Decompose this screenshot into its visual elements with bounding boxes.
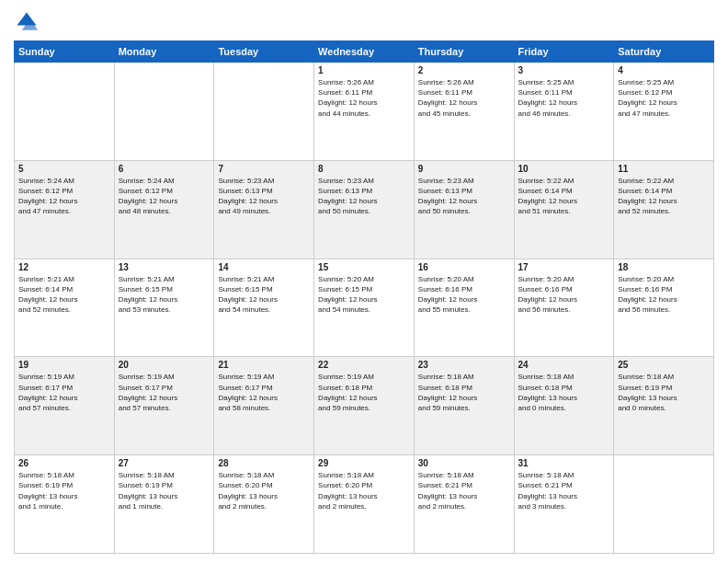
calendar-cell: 8Sunrise: 5:23 AM Sunset: 6:13 PM Daylig…: [314, 160, 415, 259]
day-info: Sunrise: 5:18 AM Sunset: 6:18 PM Dayligh…: [518, 372, 610, 413]
day-info: Sunrise: 5:23 AM Sunset: 6:13 PM Dayligh…: [218, 176, 310, 217]
logo: [14, 9, 43, 35]
day-info: Sunrise: 5:24 AM Sunset: 6:12 PM Dayligh…: [119, 176, 210, 217]
day-info: Sunrise: 5:18 AM Sunset: 6:18 PM Dayligh…: [418, 372, 510, 413]
calendar-week-row: 12Sunrise: 5:21 AM Sunset: 6:14 PM Dayli…: [15, 259, 714, 357]
day-info: Sunrise: 5:20 AM Sunset: 6:15 PM Dayligh…: [318, 274, 410, 316]
day-info: Sunrise: 5:18 AM Sunset: 6:21 PM Dayligh…: [518, 470, 610, 511]
day-number: 31: [518, 458, 610, 468]
day-info: Sunrise: 5:18 AM Sunset: 6:21 PM Dayligh…: [418, 470, 510, 511]
weekday-header: Wednesday: [314, 41, 415, 63]
day-number: 4: [618, 65, 710, 75]
calendar-cell: [614, 455, 714, 554]
day-info: Sunrise: 5:25 AM Sunset: 6:12 PM Dayligh…: [618, 77, 710, 119]
day-info: Sunrise: 5:21 AM Sunset: 6:15 PM Dayligh…: [119, 274, 210, 316]
day-number: 25: [618, 360, 710, 370]
calendar-cell: 3Sunrise: 5:25 AM Sunset: 6:11 PM Daylig…: [514, 63, 614, 161]
calendar-cell: 30Sunrise: 5:18 AM Sunset: 6:21 PM Dayli…: [414, 455, 514, 554]
day-number: 12: [18, 262, 110, 272]
calendar-cell: 17Sunrise: 5:20 AM Sunset: 6:16 PM Dayli…: [514, 259, 614, 357]
day-number: 19: [18, 360, 110, 370]
calendar-cell: 4Sunrise: 5:25 AM Sunset: 6:12 PM Daylig…: [614, 63, 714, 161]
day-info: Sunrise: 5:19 AM Sunset: 6:18 PM Dayligh…: [318, 372, 410, 413]
day-number: 23: [418, 360, 510, 370]
day-info: Sunrise: 5:26 AM Sunset: 6:11 PM Dayligh…: [418, 77, 510, 119]
day-info: Sunrise: 5:25 AM Sunset: 6:11 PM Dayligh…: [518, 77, 610, 119]
day-info: Sunrise: 5:22 AM Sunset: 6:14 PM Dayligh…: [518, 176, 610, 217]
calendar-week-row: 26Sunrise: 5:18 AM Sunset: 6:19 PM Dayli…: [15, 455, 714, 554]
day-info: Sunrise: 5:22 AM Sunset: 6:14 PM Dayligh…: [618, 176, 710, 217]
day-info: Sunrise: 5:19 AM Sunset: 6:17 PM Dayligh…: [218, 372, 310, 413]
day-info: Sunrise: 5:18 AM Sunset: 6:20 PM Dayligh…: [218, 470, 310, 511]
day-number: 24: [518, 360, 610, 370]
day-info: Sunrise: 5:24 AM Sunset: 6:12 PM Dayligh…: [18, 176, 110, 217]
day-info: Sunrise: 5:21 AM Sunset: 6:15 PM Dayligh…: [218, 274, 310, 316]
calendar-cell: 5Sunrise: 5:24 AM Sunset: 6:12 PM Daylig…: [15, 160, 115, 259]
calendar-cell: 14Sunrise: 5:21 AM Sunset: 6:15 PM Dayli…: [214, 259, 314, 357]
calendar-cell: 13Sunrise: 5:21 AM Sunset: 6:15 PM Dayli…: [114, 259, 214, 357]
day-number: 7: [218, 164, 310, 174]
calendar-body: 1Sunrise: 5:26 AM Sunset: 6:11 PM Daylig…: [15, 63, 714, 554]
header: [14, 9, 714, 35]
calendar-cell: 19Sunrise: 5:19 AM Sunset: 6:17 PM Dayli…: [15, 357, 115, 455]
weekday-header: Thursday: [414, 41, 514, 63]
calendar-week-row: 5Sunrise: 5:24 AM Sunset: 6:12 PM Daylig…: [15, 160, 714, 259]
calendar-cell: 22Sunrise: 5:19 AM Sunset: 6:18 PM Dayli…: [314, 357, 415, 455]
calendar-table: SundayMondayTuesdayWednesdayThursdayFrid…: [14, 40, 714, 554]
day-number: 28: [218, 458, 310, 468]
day-number: 14: [218, 262, 310, 272]
day-info: Sunrise: 5:19 AM Sunset: 6:17 PM Dayligh…: [18, 372, 110, 413]
day-info: Sunrise: 5:23 AM Sunset: 6:13 PM Dayligh…: [418, 176, 510, 217]
weekday-header: Tuesday: [214, 41, 314, 63]
calendar-cell: [15, 63, 115, 161]
calendar-cell: 2Sunrise: 5:26 AM Sunset: 6:11 PM Daylig…: [414, 63, 514, 161]
calendar-cell: 18Sunrise: 5:20 AM Sunset: 6:16 PM Dayli…: [614, 259, 714, 357]
day-number: 18: [618, 262, 710, 272]
calendar-header: SundayMondayTuesdayWednesdayThursdayFrid…: [15, 41, 714, 63]
day-info: Sunrise: 5:26 AM Sunset: 6:11 PM Dayligh…: [318, 77, 410, 119]
calendar-cell: 27Sunrise: 5:18 AM Sunset: 6:19 PM Dayli…: [114, 455, 214, 554]
weekday-header: Sunday: [15, 41, 115, 63]
day-info: Sunrise: 5:21 AM Sunset: 6:14 PM Dayligh…: [18, 274, 110, 316]
day-number: 16: [418, 262, 510, 272]
calendar-cell: 9Sunrise: 5:23 AM Sunset: 6:13 PM Daylig…: [414, 160, 514, 259]
calendar-cell: 23Sunrise: 5:18 AM Sunset: 6:18 PM Dayli…: [414, 357, 514, 455]
weekday-row: SundayMondayTuesdayWednesdayThursdayFrid…: [15, 41, 714, 63]
day-number: 26: [18, 458, 110, 468]
calendar-cell: 12Sunrise: 5:21 AM Sunset: 6:14 PM Dayli…: [15, 259, 115, 357]
day-number: 17: [518, 262, 610, 272]
day-info: Sunrise: 5:19 AM Sunset: 6:17 PM Dayligh…: [119, 372, 210, 413]
day-number: 6: [119, 164, 210, 174]
day-number: 2: [418, 65, 510, 75]
calendar-week-row: 1Sunrise: 5:26 AM Sunset: 6:11 PM Daylig…: [15, 63, 714, 161]
day-number: 1: [318, 65, 410, 75]
calendar-cell: 11Sunrise: 5:22 AM Sunset: 6:14 PM Dayli…: [614, 160, 714, 259]
day-number: 9: [418, 164, 510, 174]
day-number: 22: [318, 360, 410, 370]
day-number: 13: [119, 262, 210, 272]
day-info: Sunrise: 5:18 AM Sunset: 6:19 PM Dayligh…: [18, 470, 110, 511]
weekday-header: Monday: [114, 41, 214, 63]
day-number: 8: [318, 164, 410, 174]
page: SundayMondayTuesdayWednesdayThursdayFrid…: [0, 0, 728, 563]
calendar-cell: 24Sunrise: 5:18 AM Sunset: 6:18 PM Dayli…: [514, 357, 614, 455]
calendar-cell: 29Sunrise: 5:18 AM Sunset: 6:20 PM Dayli…: [314, 455, 415, 554]
day-number: 20: [119, 360, 210, 370]
calendar-cell: 15Sunrise: 5:20 AM Sunset: 6:15 PM Dayli…: [314, 259, 415, 357]
calendar-cell: 28Sunrise: 5:18 AM Sunset: 6:20 PM Dayli…: [214, 455, 314, 554]
day-info: Sunrise: 5:18 AM Sunset: 6:20 PM Dayligh…: [318, 470, 410, 511]
day-info: Sunrise: 5:23 AM Sunset: 6:13 PM Dayligh…: [318, 176, 410, 217]
weekday-header: Saturday: [614, 41, 714, 63]
logo-icon: [14, 9, 40, 35]
day-info: Sunrise: 5:20 AM Sunset: 6:16 PM Dayligh…: [418, 274, 510, 316]
calendar-cell: 21Sunrise: 5:19 AM Sunset: 6:17 PM Dayli…: [214, 357, 314, 455]
day-number: 30: [418, 458, 510, 468]
day-number: 11: [618, 164, 710, 174]
day-number: 29: [318, 458, 410, 468]
day-number: 3: [518, 65, 610, 75]
calendar-week-row: 19Sunrise: 5:19 AM Sunset: 6:17 PM Dayli…: [15, 357, 714, 455]
calendar-cell: 7Sunrise: 5:23 AM Sunset: 6:13 PM Daylig…: [214, 160, 314, 259]
calendar-cell: 20Sunrise: 5:19 AM Sunset: 6:17 PM Dayli…: [114, 357, 214, 455]
weekday-header: Friday: [514, 41, 614, 63]
calendar-cell: 31Sunrise: 5:18 AM Sunset: 6:21 PM Dayli…: [514, 455, 614, 554]
